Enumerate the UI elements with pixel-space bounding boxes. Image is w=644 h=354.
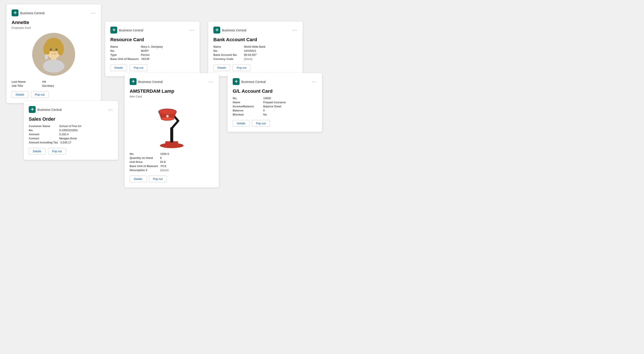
item-desc2-value: (blank) bbox=[160, 168, 169, 172]
item-app-name: Business Central bbox=[138, 80, 162, 84]
gl-blocked-value: No bbox=[263, 113, 267, 116]
employee-jobtitle-label: Job Title bbox=[12, 84, 40, 87]
item-baseunit-row: Base Unit of Measure PCS bbox=[130, 164, 214, 168]
sales-tax-value: 5,545.17 bbox=[60, 141, 72, 144]
sales-no-value: S-ORD101003 bbox=[59, 128, 78, 132]
resource-card-header: ✛ Business Central ··· bbox=[110, 26, 194, 34]
employee-actions: Details Pop out bbox=[12, 91, 96, 98]
sales-amount-row: Amount 5,182.4 bbox=[29, 133, 113, 136]
resource-no-row: No. MARY bbox=[110, 49, 194, 52]
gl-popout-button[interactable]: Pop out bbox=[252, 120, 270, 127]
resource-name-row: Name Mary A. Dempsey bbox=[110, 45, 194, 48]
gl-title: G/L Account Card bbox=[233, 88, 317, 94]
svg-point-8 bbox=[43, 60, 64, 72]
resource-popout-button[interactable]: Pop out bbox=[130, 64, 148, 71]
svg-point-20 bbox=[166, 115, 169, 118]
bank-app-name: Business Central bbox=[222, 28, 246, 32]
sales-order-bc-icon: ✛ bbox=[29, 106, 36, 113]
gl-no-value: 10600 bbox=[263, 96, 271, 100]
bank-popout-button[interactable]: Pop out bbox=[233, 64, 250, 71]
employee-card: ✛ Business Central ··· Annette Employee … bbox=[6, 4, 101, 103]
sales-no-row: No. S-ORD101003 bbox=[29, 128, 113, 132]
resource-type-row: Type Person bbox=[110, 53, 194, 56]
sales-order-menu-button[interactable]: ··· bbox=[108, 107, 113, 112]
bank-currency-value: (blank) bbox=[244, 57, 252, 60]
gl-income-label: Income/Balance bbox=[233, 105, 260, 108]
gl-header-left: ✛ Business Central bbox=[233, 78, 266, 85]
sales-order-popout-button[interactable]: Pop out bbox=[48, 148, 66, 154]
gl-no-row: No. 10600 bbox=[233, 96, 317, 100]
resource-name-label: Name bbox=[110, 45, 138, 48]
item-no-label: No. bbox=[130, 152, 158, 156]
resource-baseunit-value: HOUR bbox=[141, 57, 150, 60]
svg-point-4 bbox=[57, 42, 64, 56]
resource-baseunit-row: Base Unit of Measure HOUR bbox=[110, 57, 194, 60]
item-price-row: Unit Price 54.9 bbox=[130, 160, 214, 164]
item-header-left: ✛ Business Central bbox=[130, 78, 162, 85]
item-qty-row: Quantity on Hand 8 bbox=[130, 156, 214, 160]
resource-header-left: ✛ Business Central bbox=[110, 26, 143, 34]
svg-line-13 bbox=[172, 121, 178, 128]
bank-title: Bank Account Card bbox=[214, 37, 298, 42]
sales-tax-label: Amount Including Tax bbox=[29, 141, 58, 144]
resource-no-label: No. bbox=[110, 49, 138, 52]
item-qty-value: 8 bbox=[160, 156, 162, 160]
lamp-image bbox=[130, 102, 214, 149]
item-desc2-row: Description 2 (blank) bbox=[130, 168, 214, 172]
employee-menu-button[interactable]: ··· bbox=[91, 10, 96, 16]
svg-rect-9 bbox=[45, 54, 48, 59]
gl-bc-icon: ✛ bbox=[233, 78, 240, 85]
gl-menu-button[interactable]: ··· bbox=[312, 79, 317, 84]
employee-popout-button[interactable]: Pop out bbox=[31, 91, 49, 98]
business-central-icon: ✛ bbox=[12, 10, 18, 16]
bank-name-value: World Wide Bank bbox=[244, 45, 265, 48]
bank-account-no-row: Bank Account No. 99-44-567 bbox=[214, 53, 298, 56]
bank-menu-button[interactable]: ··· bbox=[292, 28, 298, 33]
bank-account-no-value: 99-44-567 bbox=[244, 53, 256, 56]
svg-point-3 bbox=[43, 42, 50, 56]
sales-order-app-name: Business Central bbox=[37, 108, 62, 112]
item-card: ✛ Business Central ··· AMSTERDAM Lamp It… bbox=[124, 73, 219, 188]
sales-contact-label: Contact bbox=[29, 137, 57, 140]
gl-card-header: ✛ Business Central ··· bbox=[233, 78, 317, 85]
item-details-button[interactable]: Details bbox=[130, 176, 146, 182]
sales-order-actions: Details Pop out bbox=[29, 148, 113, 154]
resource-actions: Details Pop out bbox=[110, 64, 194, 71]
gl-details-button[interactable]: Details bbox=[233, 120, 250, 127]
sales-customer-value: School of Fine Art bbox=[59, 124, 81, 128]
employee-jobtitle-row: Job Title Secretary bbox=[12, 84, 96, 87]
employee-subtitle: Employee Card bbox=[12, 26, 96, 30]
gl-app-name: Business Central bbox=[241, 80, 266, 84]
svg-rect-12 bbox=[170, 127, 173, 142]
employee-details-button[interactable]: Details bbox=[12, 91, 28, 98]
resource-details-button[interactable]: Details bbox=[110, 64, 127, 71]
resource-menu-button[interactable]: ··· bbox=[190, 28, 194, 33]
bank-header-left: ✛ Business Central bbox=[214, 26, 246, 34]
item-price-label: Unit Price bbox=[130, 160, 158, 164]
bank-details-button[interactable]: Details bbox=[214, 64, 230, 71]
bank-account-card: ✛ Business Central ··· Bank Account Card… bbox=[208, 22, 303, 76]
item-baseunit-value: PCS bbox=[160, 164, 166, 168]
gl-name-row: Name Prepaid Insurance bbox=[233, 101, 317, 104]
sales-no-label: No. bbox=[29, 128, 57, 132]
bank-card-header: ✛ Business Central ··· bbox=[214, 26, 298, 34]
gl-name-value: Prepaid Insurance bbox=[263, 101, 286, 104]
item-popout-button[interactable]: Pop out bbox=[149, 176, 167, 182]
item-bc-icon: ✛ bbox=[130, 78, 136, 85]
svg-point-6 bbox=[56, 48, 58, 51]
sales-customer-row: Customer Name School of Fine Art bbox=[29, 124, 113, 128]
sales-order-details-button[interactable]: Details bbox=[29, 148, 46, 154]
sales-amount-label: Amount bbox=[29, 133, 57, 136]
bank-no-row: No. SAVINGS bbox=[214, 49, 298, 52]
gl-blocked-row: Blocked No bbox=[233, 113, 317, 116]
svg-point-17 bbox=[159, 109, 176, 114]
gl-actions: Details Pop out bbox=[233, 120, 317, 127]
employee-lastname-value: Hill bbox=[42, 80, 46, 83]
resource-no-value: MARY bbox=[141, 49, 149, 52]
resource-bc-icon: ✛ bbox=[110, 26, 117, 34]
bank-bc-icon: ✛ bbox=[214, 26, 220, 34]
resource-type-label: Type bbox=[110, 53, 138, 56]
employee-jobtitle-value: Secretary bbox=[42, 84, 54, 87]
employee-header-left: ✛ Business Central bbox=[12, 10, 44, 16]
item-menu-button[interactable]: ··· bbox=[209, 79, 214, 84]
